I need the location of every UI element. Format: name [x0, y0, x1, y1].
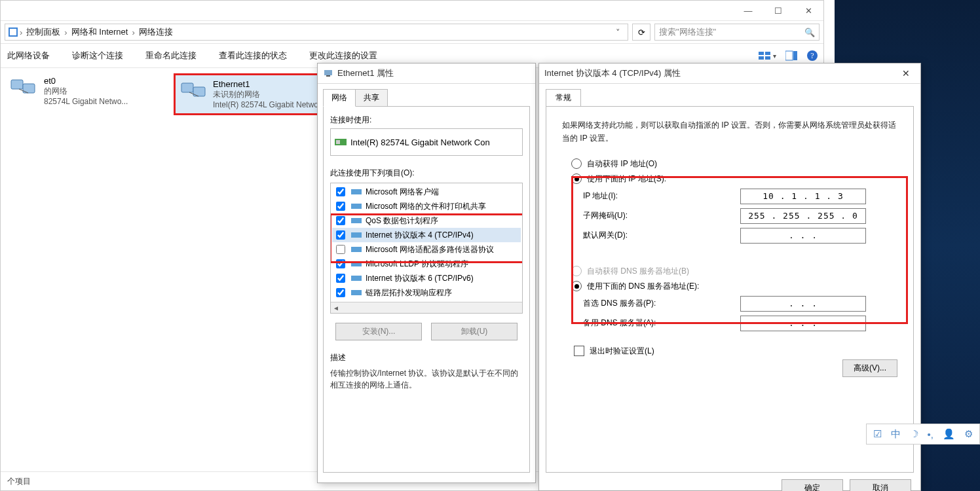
radio-icon [571, 158, 582, 169]
radio-auto-ip[interactable]: 自动获得 IP 地址(O) [571, 158, 897, 170]
tab-body: 连接时使用: Intel(R) 82574L Gigabit Network C… [323, 106, 530, 473]
radio-use-ip[interactable]: 使用下面的 IP 地址(S): [571, 173, 897, 185]
validate-on-exit[interactable]: 退出时验证设置(L) [574, 346, 897, 357]
breadcrumb[interactable]: › 控制面板 › 网络和 Internet › 网络连接 ˅ [5, 24, 628, 41]
advanced-button[interactable]: 高级(V)... [842, 359, 897, 377]
tab-network[interactable]: 网络 [323, 89, 356, 107]
protocol-checkbox[interactable] [336, 187, 345, 196]
dialog-title: Internet 协议版本 4 (TCP/IPv4) 属性 [544, 67, 681, 79]
tabs: 常规 [546, 89, 914, 107]
subnet-mask-input[interactable]: 255 . 255 . 255 . 0 [740, 208, 866, 224]
cmd-this-device[interactable]: 此网络设备 [6, 47, 51, 64]
refresh-button[interactable]: ⟳ [632, 24, 650, 41]
protocol-checkbox[interactable] [336, 288, 345, 297]
tabs: 网络 共享 [323, 89, 530, 107]
dialog-footer: 确定 取消 [539, 479, 920, 491]
nic-icon [335, 137, 347, 147]
protocol-icon [351, 216, 362, 225]
svg-rect-22 [351, 218, 362, 223]
cmd-change-settings[interactable]: 更改此连接的设置 [308, 47, 379, 64]
protocol-checkbox[interactable] [336, 202, 345, 211]
radio-label: 使用下面的 IP 地址(S): [587, 173, 666, 185]
breadcrumb-network-connections[interactable]: 网络连接 [136, 26, 176, 38]
alternate-dns-row: 备用 DNS 服务器(A): . . . [583, 316, 897, 331]
maximize-button[interactable]: ☐ [763, 1, 793, 20]
subnet-mask-row: 子网掩码(U): 255 . 255 . 255 . 0 [583, 208, 897, 224]
cancel-button[interactable]: 取消 [850, 479, 911, 491]
install-button[interactable]: 安装(N)... [335, 323, 422, 340]
ime-moon-icon[interactable]: ☽ [910, 428, 918, 440]
close-button[interactable]: ✕ [897, 68, 915, 79]
svg-rect-3 [765, 52, 770, 55]
cmd-view-status[interactable]: 查看此连接的状态 [217, 47, 288, 64]
dialog-titlebar[interactable]: Ethernet1 属性 [318, 64, 535, 84]
svg-text:?: ? [810, 51, 814, 60]
help-icon: ? [806, 50, 818, 62]
protocol-checkbox[interactable] [336, 274, 345, 283]
radio-use-dns[interactable]: 使用下面的 DNS 服务器地址(E): [571, 281, 897, 292]
breadcrumb-control-panel[interactable]: 控制面板 [24, 26, 63, 38]
ime-lang-icon[interactable]: 中 [891, 428, 901, 441]
svg-rect-1 [10, 29, 16, 35]
minimize-button[interactable]: — [733, 1, 763, 20]
protocol-icon [351, 245, 362, 254]
radio-label: 使用下面的 DNS 服务器地址(E): [587, 281, 699, 292]
dialog-titlebar[interactable]: Internet 协议版本 4 (TCP/IPv4) 属性 ✕ [539, 64, 920, 84]
cmd-diagnose[interactable]: 诊断这个连接 [71, 47, 124, 64]
ip-label: IP 地址(I): [583, 191, 740, 202]
tab-general[interactable]: 常规 [546, 89, 581, 107]
ime-check-icon[interactable]: ☑ [873, 428, 882, 440]
adapter-name: Ethernet1 [213, 79, 325, 89]
ime-user-icon[interactable]: 👤 [943, 428, 955, 440]
preferred-dns-input[interactable]: . . . [740, 296, 866, 312]
adapter-item-ethernet0[interactable]: et0 的网络 82574L Gigabit Netwo... [6, 73, 168, 109]
protocol-item[interactable]: Microsoft 网络的文件和打印机共享 [332, 199, 521, 213]
close-button[interactable]: ✕ [793, 1, 823, 20]
svg-rect-4 [759, 56, 764, 60]
protocol-checkbox[interactable] [336, 245, 345, 254]
adapter-item-ethernet1[interactable]: Ethernet1 未识别的网络 Intel(R) 82574L Gigabit… [174, 73, 331, 115]
protocol-list[interactable]: Microsoft 网络客户端Microsoft 网络的文件和打印机共享QoS … [330, 183, 523, 314]
ime-toolbar[interactable]: ☑ 中 ☽ •, 👤 ⚙ [866, 424, 980, 445]
ok-button[interactable]: 确定 [782, 479, 843, 491]
default-gateway-input[interactable]: . . . [740, 228, 866, 244]
view-mode-button[interactable]: ▾ [759, 50, 776, 61]
protocol-checkbox[interactable] [336, 216, 345, 225]
adapter-device: 82574L Gigabit Netwo... [44, 97, 128, 106]
protocol-label: Microsoft 网络的文件和打印机共享 [366, 201, 486, 212]
uninstall-button[interactable]: 卸载(U) [431, 323, 518, 340]
status-text: 个项目 [7, 476, 31, 487]
preferred-dns-row: 首选 DNS 服务器(P): . . . [583, 296, 897, 312]
adapter-status: 未识别的网络 [213, 89, 325, 100]
items-label: 此连接使用下列项目(O): [330, 168, 523, 179]
protocol-item[interactable]: Internet 协议版本 4 (TCP/IPv4) [332, 228, 521, 242]
protocol-item[interactable]: QoS 数据包计划程序 [332, 213, 521, 228]
address-row: › 控制面板 › 网络和 Internet › 网络连接 ˅ ⟳ 搜索"网络连接… [1, 20, 823, 44]
breadcrumb-sep-icon: › [64, 27, 67, 37]
breadcrumb-sep-icon: › [132, 27, 134, 37]
alternate-dns-input[interactable]: . . . [740, 316, 866, 331]
breadcrumb-network-internet[interactable]: 网络和 Internet [69, 26, 131, 38]
adapter-field[interactable]: Intel(R) 82574L Gigabit Network Con [330, 128, 523, 156]
protocol-checkbox[interactable] [336, 230, 345, 240]
protocol-item[interactable]: Microsoft 网络适配器多路传送器协议 [332, 242, 521, 257]
tab-body: 如果网络支持此功能，则可以获取自动指派的 IP 设置。否则，你需要从网络系统管理… [546, 106, 914, 473]
ime-gear-icon[interactable]: ⚙ [964, 428, 973, 440]
adapter-name: et0 [44, 76, 128, 86]
cmd-rename[interactable]: 重命名此连接 [144, 47, 198, 64]
protocol-checkbox[interactable] [336, 259, 345, 268]
protocol-item[interactable]: Microsoft LLDP 协议驱动程序 [332, 257, 521, 271]
search-input[interactable]: 搜索"网络连接" 🔍 [654, 24, 820, 41]
tab-sharing[interactable]: 共享 [355, 89, 388, 107]
horizontal-scrollbar[interactable]: ◄ [331, 302, 522, 313]
address-dropdown-icon[interactable]: ˅ [611, 27, 625, 37]
ip-address-input[interactable]: 10 . 1 . 1 . 3 [740, 189, 866, 204]
protocol-item[interactable]: 链路层拓扑发现响应程序 [332, 285, 521, 300]
description-text: 传输控制协议/Internet 协议。该协议是默认于在不同的相互连接的网络上通信… [330, 367, 523, 391]
preview-pane-button[interactable] [785, 50, 797, 61]
ime-punct-icon[interactable]: •, [928, 429, 933, 440]
help-button[interactable]: ? [806, 50, 818, 62]
dns2-label: 备用 DNS 服务器(A): [583, 318, 740, 329]
protocol-item[interactable]: Microsoft 网络客户端 [332, 185, 521, 199]
protocol-item[interactable]: Internet 协议版本 6 (TCP/IPv6) [332, 271, 521, 285]
